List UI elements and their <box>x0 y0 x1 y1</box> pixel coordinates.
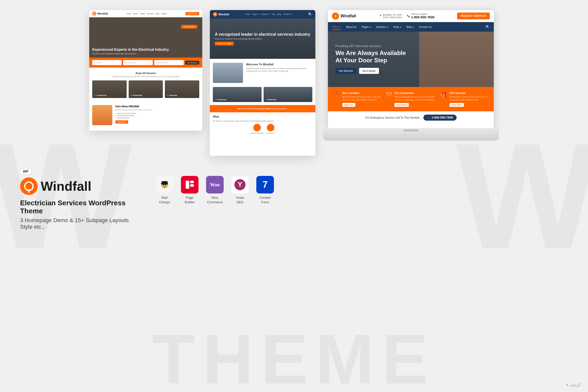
svg-point-7 <box>163 185 166 187</box>
laptop-container: ⚡ Windfall 📍 Brooklyn, NY 1096 2792 Unit… <box>323 10 499 141</box>
windfall-site: ⚡ Windfall 📍 Brooklyn, NY 1096 2792 Unit… <box>328 10 494 128</box>
demo2-header: Windfall Home Pages ∨ Services ∨ Shop Bl… <box>210 10 315 19</box>
wf-voucher-content: Gift Voucher We/fall offers a gift vouch… <box>450 91 489 107</box>
brand-logo-text: Windfall <box>41 179 91 194</box>
demo2-hero-subtitle: Improve our customers' lives by providin… <box>215 38 310 40</box>
wf-topbar: ⚡ Windfall 📍 Brooklyn, NY 1096 2792 Unit… <box>328 10 494 22</box>
wf-feature-guarantee: 🛡 Our Guarantee We are guarantee for our… <box>386 91 435 107</box>
wf-guarantee-feature-icon: 🛡 <box>386 91 392 98</box>
demo2-logo: Windfall <box>213 12 229 17</box>
plugin-contactform-label: ContactForm <box>260 195 271 205</box>
demo1-about-title: Intro About Windfall <box>115 105 153 108</box>
wf-feature-voucher: 🎁 Gift Voucher We/fall offers a gift vou… <box>440 91 489 107</box>
wf-emergency-phone-number: 1-800-500-7600 <box>431 116 453 119</box>
demo1-hero: Experienced Experts in the Electrical In… <box>89 17 202 58</box>
demo2-logo-icon <box>213 12 217 17</box>
wf-read-more-btn[interactable]: Read More <box>395 103 409 107</box>
demo2-card-residential: 🔵 Residential <box>264 87 312 102</box>
wf-voucher-title: Gift Voucher <box>450 91 489 94</box>
demo2-icons-row: Electrical Installation Service Co... <box>213 124 312 134</box>
wf-logo-text: Windfall <box>340 14 356 18</box>
wf-location-content: Our Location We are located with our par… <box>342 91 381 107</box>
wf-guarantee-title: Our Guarantee <box>395 91 435 94</box>
screenshots-row: Windfall Home About Pages Services Blog … <box>0 0 588 161</box>
demo2-nav: Home Pages ∨ Services ∨ Shop Blog Contac… <box>246 13 292 15</box>
wf-request-btn[interactable]: REQUEST SERVICES <box>457 13 490 19</box>
demo2-service-cards: 🔵 Commercial 🔵 Residential <box>210 87 315 105</box>
wf-hero: Providing 24/7 Electrical Services We Ar… <box>328 32 494 87</box>
wf-guarantee-desc: We are guarantee for our service with pe… <box>395 95 435 102</box>
demo2-welcome: Welcome To Windfall Windfall Electrician… <box>210 59 315 87</box>
demo1-appointment-btn[interactable]: Appointment <box>185 12 199 15</box>
demo1-logo: Windfall <box>92 12 108 16</box>
wf-nav-services[interactable]: Services ∨ <box>376 25 388 29</box>
wf-address: 📍 Brooklyn, NY 1096 2792 United States <box>379 14 402 19</box>
wf-location-title: Our Location <box>342 91 381 94</box>
demo2-hero-title: A recognized leader in electrical servic… <box>215 32 310 37</box>
svg-text:Y: Y <box>238 180 242 188</box>
demo1-read-more-btn[interactable]: Read More <box>115 120 128 124</box>
demo1-hero-subtitle: Our aim to build unmatched relationships… <box>92 53 169 55</box>
plugin-pagebuilder-icon <box>181 176 199 193</box>
wf-nav-items: Home ∨ About Us Pages ∨ Services ∨ Shop … <box>332 25 431 29</box>
wf-logo-icon: ⚡ <box>332 13 339 20</box>
svg-rect-9 <box>161 183 168 184</box>
wf-phone-number: 1-800-500-7600 <box>411 15 434 19</box>
demo1-input-email[interactable]: Email Address <box>123 60 153 65</box>
wf-nav-pages[interactable]: Pages ∨ <box>362 25 371 29</box>
demo1-logo-icon <box>92 12 96 16</box>
watermark: ✦ گرافیک <box>566 383 580 387</box>
demo1-about-section: Intro About Windfall Windfall Electricia… <box>89 102 202 128</box>
wf-location-icon: 📍 <box>379 15 382 17</box>
svg-rect-11 <box>190 181 194 183</box>
demo1-card-commercial: 🔵 Commercial <box>92 80 127 98</box>
demo2-orange-bar: We're on call 24/7 to react promptly to … <box>210 105 315 112</box>
demo1-about-text: Intro About Windfall Windfall Electricia… <box>115 105 153 125</box>
demo1-hero-text: Experienced Experts in the Electrical In… <box>92 47 169 55</box>
wf-order-now-btn[interactable]: Order Now <box>450 103 464 107</box>
wf-phone-icon: 📞 <box>407 15 410 17</box>
brand-logo-inner <box>24 181 34 191</box>
demo1-form-submit[interactable]: Get Services <box>185 61 199 65</box>
demo1-input-name[interactable]: Full Name <box>92 60 122 65</box>
demo2-search-icon[interactable]: 🔍 <box>308 12 312 16</box>
demo1-card-industrial: 🔵 Industrial <box>165 80 199 98</box>
bottom-section: WP Windfall Electrician Services WordPre… <box>0 161 588 238</box>
demo1-about-image <box>92 105 112 125</box>
wf-feature-location: 📍 Our Location We are located with our p… <box>333 91 381 107</box>
demo1-cta-btn[interactable]: View Services <box>181 25 197 29</box>
demo2-what-section: What We offers a comprehensive range of … <box>210 112 315 137</box>
demo2-welcome-title: Welcome To Windfall <box>246 63 312 66</box>
brand-logo: Windfall <box>20 177 141 195</box>
wf-location-feature-icon: 📍 <box>333 91 340 98</box>
demo2-what-title: What <box>213 115 312 118</box>
wf-hero-title: We Are Always Available At Your Door Ste… <box>335 50 406 64</box>
wf-call-label: Call Us Anytime <box>411 13 434 15</box>
wf-search-icon[interactable]: 🔍 <box>485 25 490 29</box>
plugins-row: MailChimps PageBuilder Woo WooCom <box>156 176 274 205</box>
plugin-mailchimp: MailChimps <box>156 176 173 205</box>
demo2-welcome-image <box>213 63 243 83</box>
wf-nav-about[interactable]: About Us <box>346 25 356 29</box>
wf-nav-home[interactable]: Home ∨ <box>332 25 341 29</box>
plugin-mailchimp-icon <box>156 176 173 193</box>
wf-guarantee-content: Our Guarantee We are guarantee for our s… <box>395 91 435 107</box>
wf-nav-blog[interactable]: Blog ∨ <box>407 25 414 29</box>
demo1-header: Windfall Home About Pages Services Blog … <box>89 10 202 17</box>
demo2-cta-btn[interactable]: Contact Us Today <box>215 42 234 45</box>
wf-get-quote-btn[interactable]: Get A Quote <box>359 68 379 74</box>
wf-hero-image <box>419 32 494 87</box>
wf-map-view-btn[interactable]: Map View <box>342 103 355 107</box>
demo1-input-phone[interactable]: Phone Number <box>154 60 184 65</box>
wf-our-services-btn[interactable]: Our Services <box>335 68 357 74</box>
demo-screenshot-2: Windfall Home Pages ∨ Services ∨ Shop Bl… <box>210 10 315 156</box>
wf-hero-btns: Our Services Get A Quote <box>335 68 406 74</box>
demo1-form-bar: Full Name Email Address Phone Number Get… <box>89 58 202 68</box>
wf-nav-contact[interactable]: Contact Us <box>419 25 431 29</box>
wf-phone-block: 📞 Call Us Anytime 1-800-500-7600 <box>407 13 434 19</box>
demo1-service-cards: 🔵 Commercial 🔵 Residential 🔵 Industrial <box>92 80 199 98</box>
wf-nav-shop[interactable]: Shop ∨ <box>393 25 402 29</box>
wf-logo: ⚡ Windfall <box>332 13 356 20</box>
laptop-screen: ⚡ Windfall 📍 Brooklyn, NY 1096 2792 Unit… <box>328 10 494 128</box>
wf-emergency-text: For Emergency Service Call To This Numbe… <box>365 116 421 119</box>
